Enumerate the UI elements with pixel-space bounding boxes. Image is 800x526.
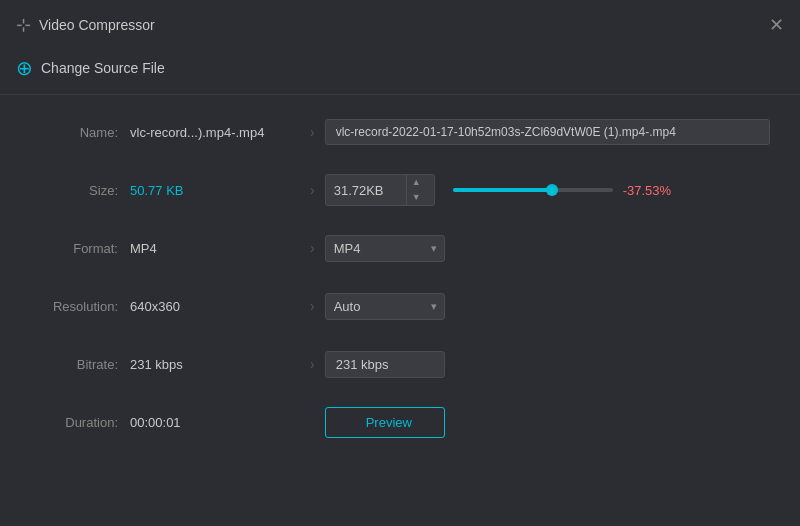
size-slider-fill bbox=[453, 188, 552, 192]
bitrate-row: Bitrate: 231 kbps › bbox=[30, 347, 770, 381]
name-full-value: vlc-record-2022-01-17-10h52m03s-ZCl69dVt… bbox=[325, 119, 770, 145]
resolution-select-wrapper: Auto 640x360 1280x720 1920x1080 bbox=[325, 293, 445, 320]
format-select[interactable]: MP4 AVI MOV MKV bbox=[325, 235, 445, 262]
size-slider-track[interactable] bbox=[453, 188, 613, 192]
resolution-original-value: 640x360 bbox=[130, 299, 300, 314]
size-increment-button[interactable]: ▲ bbox=[407, 175, 426, 190]
format-arrow-icon: › bbox=[310, 240, 315, 256]
resolution-select[interactable]: Auto 640x360 1280x720 1920x1080 bbox=[325, 293, 445, 320]
format-input-area: MP4 AVI MOV MKV bbox=[325, 235, 770, 262]
app-title: Video Compressor bbox=[39, 17, 155, 33]
move-icon: ⊹ bbox=[16, 14, 31, 36]
form-content: Name: vlc-record...).mp4-.mp4 › vlc-reco… bbox=[0, 95, 800, 483]
size-slider-thumb[interactable] bbox=[546, 184, 558, 196]
duration-row: Duration: 00:00:01 › Preview bbox=[30, 405, 770, 439]
size-original-value: 50.77 KB bbox=[130, 183, 300, 198]
resolution-row: Resolution: 640x360 › Auto 640x360 1280x… bbox=[30, 289, 770, 323]
name-original-value: vlc-record...).mp4-.mp4 bbox=[130, 125, 300, 140]
duration-input-area: Preview bbox=[325, 407, 770, 438]
size-percent-label: -37.53% bbox=[623, 183, 671, 198]
title-bar-left: ⊹ Video Compressor bbox=[16, 14, 155, 36]
title-bar: ⊹ Video Compressor ✕ bbox=[0, 0, 800, 46]
change-source-row: ⊕ Change Source File bbox=[0, 46, 800, 95]
bitrate-input[interactable] bbox=[325, 351, 445, 378]
name-arrow-icon: › bbox=[310, 124, 315, 140]
change-source-label[interactable]: Change Source File bbox=[41, 60, 165, 76]
bitrate-label: Bitrate: bbox=[30, 357, 130, 372]
size-arrow-icon: › bbox=[310, 182, 315, 198]
size-input-wrapper: ▲ ▼ bbox=[325, 174, 435, 206]
size-slider-area: -37.53% bbox=[453, 183, 770, 198]
size-row: Size: 50.77 KB › ▲ ▼ -37.53% bbox=[30, 173, 770, 207]
duration-label: Duration: bbox=[30, 415, 130, 430]
format-label: Format: bbox=[30, 241, 130, 256]
preview-button[interactable]: Preview bbox=[325, 407, 445, 438]
size-decrement-button[interactable]: ▼ bbox=[407, 190, 426, 205]
close-button[interactable]: ✕ bbox=[769, 16, 784, 34]
size-input-area: ▲ ▼ -37.53% bbox=[325, 174, 770, 206]
size-spinner: ▲ ▼ bbox=[406, 175, 426, 205]
add-source-icon[interactable]: ⊕ bbox=[16, 56, 33, 80]
format-original-value: MP4 bbox=[130, 241, 300, 256]
format-select-wrapper: MP4 AVI MOV MKV bbox=[325, 235, 445, 262]
name-row: Name: vlc-record...).mp4-.mp4 › vlc-reco… bbox=[30, 115, 770, 149]
resolution-label: Resolution: bbox=[30, 299, 130, 314]
bitrate-input-area bbox=[325, 351, 770, 378]
resolution-input-area: Auto 640x360 1280x720 1920x1080 bbox=[325, 293, 770, 320]
bitrate-arrow-icon: › bbox=[310, 356, 315, 372]
bitrate-original-value: 231 kbps bbox=[130, 357, 300, 372]
name-label: Name: bbox=[30, 125, 130, 140]
size-label: Size: bbox=[30, 183, 130, 198]
resolution-arrow-icon: › bbox=[310, 298, 315, 314]
size-input[interactable] bbox=[326, 178, 406, 203]
format-row: Format: MP4 › MP4 AVI MOV MKV bbox=[30, 231, 770, 265]
name-input-area: vlc-record-2022-01-17-10h52m03s-ZCl69dVt… bbox=[325, 119, 770, 145]
duration-value: 00:00:01 bbox=[130, 415, 300, 430]
